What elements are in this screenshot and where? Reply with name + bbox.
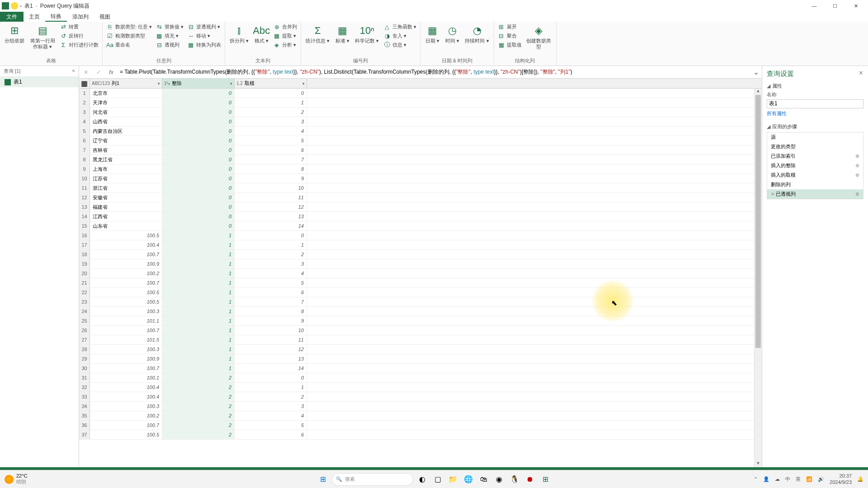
cell[interactable]: 100.3: [90, 307, 162, 316]
ribbon-small-button[interactable]: ↺反转行: [59, 32, 99, 40]
ribbon-small-button[interactable]: ↔移动 ▾: [186, 32, 222, 40]
row-number[interactable]: 16: [79, 231, 90, 240]
table-row[interactable]: 22100.516: [79, 288, 762, 297]
cell[interactable]: 0: [235, 89, 307, 98]
table-row[interactable]: 36100.725: [79, 421, 762, 430]
scroll-up-arrow[interactable]: ▲: [755, 89, 762, 95]
ribbon-small-button[interactable]: ⊟聚合: [497, 32, 523, 40]
ribbon-small-button[interactable]: ⊕合并列: [272, 23, 298, 31]
ribbon-button[interactable]: 10ⁿ科学记数 ▾: [353, 23, 381, 45]
row-number[interactable]: 4: [79, 117, 90, 126]
scroll-down-arrow[interactable]: ▼: [755, 461, 762, 467]
table-row[interactable]: 11浙江省010: [79, 183, 762, 193]
cell[interactable]: 1: [162, 250, 235, 259]
row-number[interactable]: 37: [79, 430, 90, 439]
ribbon-small-button[interactable]: ⊞展开: [497, 23, 523, 31]
cell[interactable]: 辽宁省: [90, 136, 162, 145]
row-number[interactable]: 10: [79, 174, 90, 183]
cell[interactable]: 2: [162, 411, 235, 420]
table-row[interactable]: 7吉林省06: [79, 145, 762, 155]
cell[interactable]: 0: [162, 212, 235, 221]
cell[interactable]: 1: [235, 240, 307, 249]
cell[interactable]: 0: [162, 89, 235, 98]
cell[interactable]: 1: [162, 278, 235, 287]
step-gear-icon[interactable]: ⚙: [855, 173, 859, 178]
row-number[interactable]: 1: [79, 89, 90, 98]
cell[interactable]: 100.7: [90, 326, 162, 335]
cell[interactable]: 江苏省: [90, 174, 162, 183]
cell[interactable]: 13: [235, 212, 307, 221]
ribbon-button[interactable]: Abc格式 ▾: [252, 23, 270, 45]
cell[interactable]: 安徽省: [90, 193, 162, 202]
row-number[interactable]: 14: [79, 212, 90, 221]
cell[interactable]: 0: [162, 127, 235, 136]
cell[interactable]: 山西省: [90, 117, 162, 126]
row-number[interactable]: 29: [79, 354, 90, 363]
row-number[interactable]: 33: [79, 392, 90, 401]
cell[interactable]: 0: [162, 155, 235, 164]
table-row[interactable]: 5内蒙古自治区04: [79, 127, 762, 136]
table-row[interactable]: 10江苏省09: [79, 174, 762, 183]
cell[interactable]: 10: [235, 326, 307, 335]
cell[interactable]: 0: [162, 221, 235, 230]
cell[interactable]: 1: [162, 259, 235, 268]
copilot-icon[interactable]: ◐: [416, 473, 429, 486]
start-button[interactable]: ⊞: [316, 473, 329, 486]
cell[interactable]: 1: [162, 335, 235, 344]
table-row[interactable]: 21100.715: [79, 278, 762, 288]
row-number[interactable]: 19: [79, 259, 90, 268]
table-row[interactable]: 26100.7110: [79, 326, 762, 335]
cell[interactable]: 3: [235, 117, 307, 126]
applied-step[interactable]: 已添加索引⚙: [767, 151, 863, 161]
cell[interactable]: 3: [235, 259, 307, 268]
cell[interactable]: 2: [235, 108, 307, 117]
cell[interactable]: 2: [162, 373, 235, 382]
cell[interactable]: 6: [235, 145, 307, 155]
cell[interactable]: 1: [162, 231, 235, 240]
cell[interactable]: 5: [235, 136, 307, 145]
cell[interactable]: 0: [162, 164, 235, 174]
ribbon-small-button[interactable]: ⇄转置: [59, 23, 99, 31]
table-row[interactable]: 4山西省03: [79, 117, 762, 127]
cell[interactable]: 14: [235, 221, 307, 230]
cell[interactable]: 福建省: [90, 202, 162, 211]
row-number[interactable]: 21: [79, 278, 90, 287]
cell[interactable]: 1: [162, 307, 235, 316]
row-number[interactable]: 20: [79, 269, 90, 278]
row-number[interactable]: 25: [79, 316, 90, 325]
cell[interactable]: 1: [162, 354, 235, 363]
menu-tab-1[interactable]: 转换: [45, 12, 67, 22]
cell[interactable]: 2: [162, 430, 235, 439]
cell[interactable]: 江西省: [90, 212, 162, 221]
cell[interactable]: 1: [162, 240, 235, 249]
grid-body[interactable]: 1北京市002天津市013河北省024山西省035内蒙古自治区046辽宁省057…: [79, 89, 762, 467]
cell[interactable]: 9: [235, 316, 307, 325]
cell[interactable]: 7: [235, 297, 307, 306]
fx-button[interactable]: fx: [107, 68, 115, 76]
cell[interactable]: 黑龙江省: [90, 155, 162, 164]
table-row[interactable]: 29100.9113: [79, 354, 762, 364]
cell[interactable]: 12: [235, 202, 307, 211]
close-button[interactable]: ✕: [845, 0, 866, 12]
cell[interactable]: 4: [235, 411, 307, 420]
row-number[interactable]: 28: [79, 345, 90, 354]
row-number[interactable]: 12: [79, 193, 90, 202]
cell[interactable]: 0: [162, 193, 235, 202]
ribbon-button[interactable]: ◔持续时间 ▾: [463, 23, 491, 45]
table-row[interactable]: 17100.411: [79, 240, 762, 250]
menu-tab-0[interactable]: 主页: [24, 12, 45, 22]
queries-collapse-button[interactable]: <: [72, 68, 75, 75]
ribbon-button[interactable]: ◈创建数据类型: [524, 23, 553, 51]
cell[interactable]: 2: [235, 250, 307, 259]
cell[interactable]: 5: [235, 421, 307, 430]
applied-step[interactable]: 源: [767, 132, 863, 142]
applied-step[interactable]: 删除的列: [767, 180, 863, 189]
ribbon-small-button[interactable]: Σ对行进行计数: [59, 41, 99, 49]
cell[interactable]: 内蒙古自治区: [90, 127, 162, 136]
ribbon-small-button[interactable]: ☑检测数据类型: [105, 32, 153, 40]
clock[interactable]: 20:37 2024/9/23: [830, 473, 852, 485]
cell[interactable]: 0: [162, 183, 235, 192]
column-filter-dropdown[interactable]: ▾: [302, 81, 305, 86]
row-number[interactable]: 22: [79, 288, 90, 297]
cell[interactable]: 1: [235, 383, 307, 392]
